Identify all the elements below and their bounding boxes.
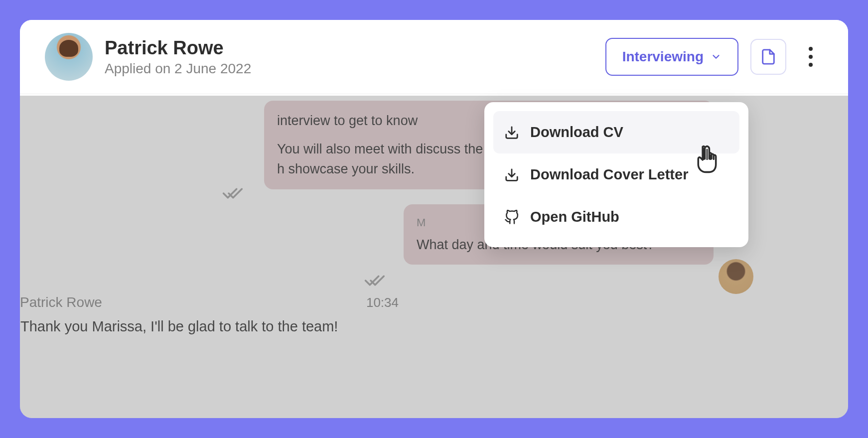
dot-icon bbox=[809, 63, 813, 67]
file-icon bbox=[760, 48, 777, 65]
chevron-down-icon bbox=[711, 51, 722, 62]
more-options-button[interactable] bbox=[798, 39, 823, 75]
app-window: Patrick Rowe Applied on 2 June 2022 Inte… bbox=[20, 20, 848, 418]
download-icon bbox=[504, 167, 519, 182]
dropdown-item-label: Download Cover Letter bbox=[530, 166, 688, 183]
candidate-info: Patrick Rowe Applied on 2 June 2022 bbox=[105, 37, 593, 77]
document-button[interactable] bbox=[750, 39, 786, 75]
dropdown-item-label: Open GitHub bbox=[530, 209, 619, 225]
candidate-header: Patrick Rowe Applied on 2 June 2022 Inte… bbox=[20, 20, 848, 94]
dot-icon bbox=[809, 47, 813, 51]
github-icon bbox=[504, 210, 519, 225]
dropdown-item-label: Download CV bbox=[530, 124, 623, 141]
status-dropdown-button[interactable]: Interviewing bbox=[605, 38, 738, 76]
open-github-item[interactable]: Open GitHub bbox=[493, 196, 739, 238]
download-icon bbox=[504, 125, 519, 140]
cursor-pointer-icon bbox=[693, 145, 721, 175]
candidate-name: Patrick Rowe bbox=[105, 37, 593, 59]
candidate-avatar[interactable] bbox=[45, 33, 93, 81]
dot-icon bbox=[809, 55, 813, 59]
applied-date: Applied on 2 June 2022 bbox=[105, 61, 593, 77]
status-label: Interviewing bbox=[622, 49, 704, 65]
